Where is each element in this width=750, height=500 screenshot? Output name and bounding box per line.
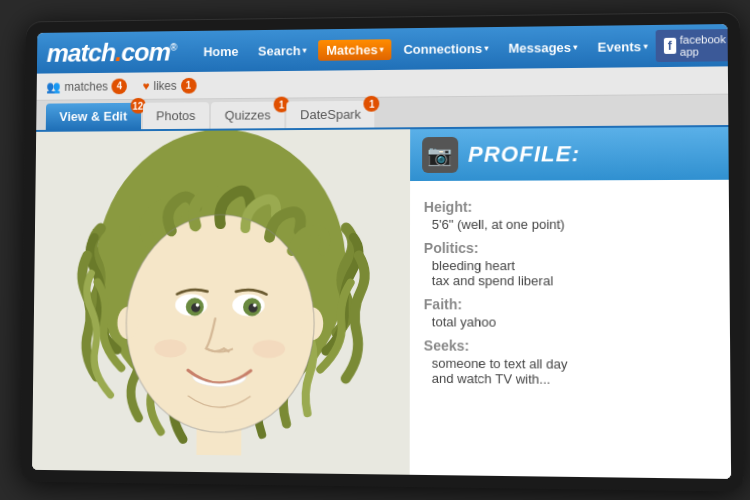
facebook-icon: f xyxy=(664,38,676,54)
likes-badge: 1 xyxy=(181,77,197,93)
matches-sub-nav[interactable]: matches 4 xyxy=(46,78,127,94)
politics-label: Politics: xyxy=(424,240,715,256)
height-section: Height: 5'6" (well, at one point) xyxy=(424,198,715,232)
tab-quizzes-label: Quizzes xyxy=(225,108,271,123)
likes-icon xyxy=(143,79,150,93)
facebook-app-label: facebook app xyxy=(680,33,730,58)
screen: match.com® Home Search ▾ Matches ▾ Conne… xyxy=(32,24,731,479)
nav-messages[interactable]: Messages ▾ xyxy=(500,35,585,59)
nav-events[interactable]: Events ▾ xyxy=(589,34,655,58)
messages-arrow-icon: ▾ xyxy=(573,43,577,52)
camera-icon: 📷 xyxy=(422,137,458,173)
tab-datespark[interactable]: DateSpark 1 xyxy=(286,101,374,128)
svg-point-12 xyxy=(196,303,200,307)
politics-section: Politics: bleeding hearttax and spend li… xyxy=(424,240,715,289)
logo[interactable]: match.com® xyxy=(47,37,177,69)
profile-header: 📷 PROFILE: xyxy=(410,127,729,181)
matches-badge: 4 xyxy=(112,78,128,94)
tab-photos[interactable]: Photos xyxy=(142,102,209,129)
faith-section: Faith: total yahoo xyxy=(424,296,716,331)
nav-matches[interactable]: Matches ▾ xyxy=(318,39,391,61)
nav-links: Home Search ▾ Matches ▾ Connections ▾ Me… xyxy=(195,34,655,62)
likes-sub-nav[interactable]: likes 1 xyxy=(143,77,197,93)
matches-label: matches xyxy=(64,79,108,93)
profile-image-area xyxy=(32,129,410,475)
facebook-app-button[interactable]: f facebook app xyxy=(655,29,731,62)
cartoon-face-svg xyxy=(32,129,410,475)
search-arrow-icon: ▾ xyxy=(303,46,307,55)
matches-icon xyxy=(46,80,60,94)
svg-point-13 xyxy=(253,303,257,307)
likes-label: likes xyxy=(153,78,176,92)
connections-arrow-icon: ▾ xyxy=(484,44,488,53)
nav-connections[interactable]: Connections ▾ xyxy=(396,36,497,60)
monitor-frame: match.com® Home Search ▾ Matches ▾ Conne… xyxy=(20,12,743,492)
tab-datespark-badge: 1 xyxy=(364,96,380,112)
nav-search[interactable]: Search ▾ xyxy=(250,39,314,62)
seeks-section: Seeks: someone to text all dayand watch … xyxy=(424,337,716,388)
profile-title: PROFILE: xyxy=(468,141,580,168)
politics-value: bleeding hearttax and spend liberal xyxy=(432,258,715,289)
tab-quizzes[interactable]: Quizzes 1 xyxy=(211,102,285,129)
seeks-value: someone to text all dayand watch TV with… xyxy=(432,356,716,389)
tab-photos-label: Photos xyxy=(156,108,195,123)
svg-point-5 xyxy=(301,307,323,340)
nav-bar: match.com® Home Search ▾ Matches ▾ Conne… xyxy=(37,24,728,74)
svg-rect-3 xyxy=(196,418,241,455)
height-label: Height: xyxy=(424,198,715,215)
logo-com: com xyxy=(121,37,170,67)
tab-datespark-label: DateSpark xyxy=(300,107,361,122)
tab-view-edit-label: View & Edit xyxy=(59,109,127,124)
profile-details: Height: 5'6" (well, at one point) Politi… xyxy=(409,180,731,479)
tab-view-edit[interactable]: View & Edit 12 xyxy=(46,103,141,130)
profile-panel: 📷 PROFILE: Height: 5'6" (well, at one po… xyxy=(409,127,731,479)
events-arrow-icon: ▾ xyxy=(643,42,647,51)
faith-value: total yahoo xyxy=(432,314,716,330)
main-content: 📷 PROFILE: Height: 5'6" (well, at one po… xyxy=(32,127,731,479)
logo-match: match xyxy=(47,37,116,67)
matches-arrow-icon: ▾ xyxy=(380,45,384,54)
seeks-label: Seeks: xyxy=(424,337,716,355)
height-value: 5'6" (well, at one point) xyxy=(432,216,715,232)
faith-label: Faith: xyxy=(424,296,715,313)
logo-trademark: ® xyxy=(170,42,176,53)
nav-home[interactable]: Home xyxy=(195,40,246,63)
tab-bar: View & Edit 12 Photos Quizzes 1 DateSpar… xyxy=(36,95,728,132)
